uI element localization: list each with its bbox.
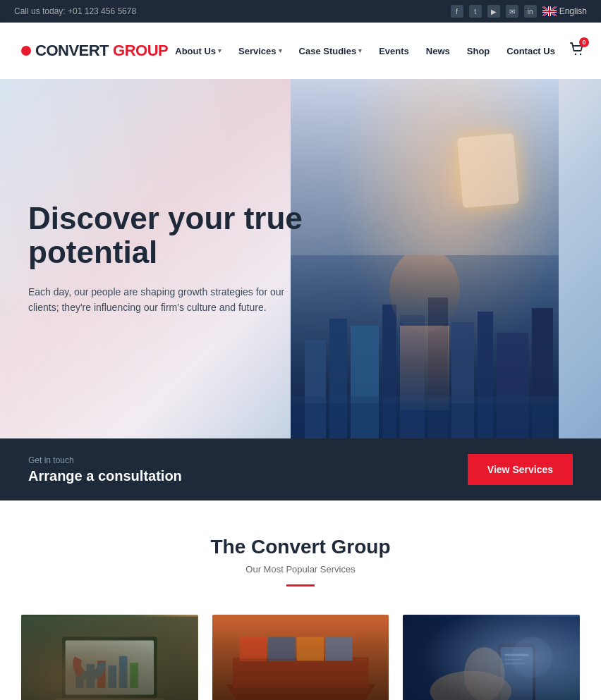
cta-heading: Arrange a consultation xyxy=(28,468,182,484)
svg-point-35 xyxy=(77,652,102,677)
svg-rect-33 xyxy=(119,656,128,688)
cart-count: 0 xyxy=(579,37,589,47)
svg-rect-49 xyxy=(403,617,580,700)
linkedin-icon[interactable]: in xyxy=(524,5,537,18)
svg-rect-41 xyxy=(239,637,267,661)
logo-group: GROUP xyxy=(113,42,168,60)
svg-rect-27 xyxy=(62,637,157,699)
phone-label: Call us today: +01 123 456 5678 xyxy=(14,6,136,16)
language-label: English xyxy=(559,6,587,16)
svg-rect-50 xyxy=(498,644,535,700)
svg-rect-25 xyxy=(400,326,449,410)
svg-rect-32 xyxy=(108,665,116,688)
svg-point-57 xyxy=(512,637,553,678)
hero-section: Discover your true potential Each day, o… xyxy=(0,79,601,438)
cta-text: Get in touch Arrange a consultation xyxy=(28,455,182,484)
cta-banner: Get in touch Arrange a consultation View… xyxy=(0,438,601,501)
email-icon[interactable]: ✉ xyxy=(506,5,518,18)
cart-button[interactable]: 0 xyxy=(569,42,585,60)
youtube-icon[interactable]: ▶ xyxy=(487,5,500,18)
facebook-icon[interactable]: f xyxy=(451,5,463,18)
uk-flag-icon xyxy=(542,6,557,16)
services-section: The Convert Group Our Most Popular Servi… xyxy=(0,501,601,700)
svg-rect-48 xyxy=(212,617,389,637)
service-image-logistics xyxy=(212,615,389,700)
service-card-it[interactable]: IT Business Consulting xyxy=(403,615,580,700)
site-header: CONVERT GROUP About Us ▾ Services ▾ Case… xyxy=(0,23,601,79)
svg-marker-39 xyxy=(226,684,375,700)
chevron-down-icon: ▾ xyxy=(218,47,221,54)
cta-label: Get in touch xyxy=(28,455,182,465)
language-selector[interactable]: English xyxy=(542,6,587,16)
nav-events[interactable]: Events xyxy=(372,40,416,62)
svg-rect-54 xyxy=(505,663,526,664)
logo-dot xyxy=(21,46,31,56)
hero-image xyxy=(291,79,559,438)
svg-rect-46 xyxy=(268,658,296,660)
svg-point-10 xyxy=(580,54,581,55)
service-card-logistics[interactable]: Reverse Logistics xyxy=(212,615,389,700)
services-section-title: The Convert Group xyxy=(21,536,580,558)
view-services-button[interactable]: View Services xyxy=(468,454,573,485)
twitter-icon[interactable]: t xyxy=(469,5,482,18)
svg-rect-30 xyxy=(87,664,95,688)
svg-point-36 xyxy=(77,652,102,677)
top-bar: Call us today: +01 123 456 5678 f t ▶ ✉ … xyxy=(0,0,601,23)
svg-rect-28 xyxy=(66,640,154,694)
svg-rect-42 xyxy=(268,637,296,661)
svg-rect-38 xyxy=(212,617,389,700)
svg-rect-53 xyxy=(505,658,522,660)
nav-case-studies[interactable]: Case Studies ▾ xyxy=(292,40,370,62)
svg-point-55 xyxy=(430,671,512,700)
chevron-down-icon: ▾ xyxy=(279,47,282,54)
service-card-kpi[interactable]: KPI Reporting xyxy=(21,615,198,700)
hero-title: Discover your true potential xyxy=(28,202,310,270)
service-image-it xyxy=(403,615,580,700)
svg-point-9 xyxy=(575,54,576,55)
svg-rect-43 xyxy=(296,637,324,661)
svg-rect-52 xyxy=(505,654,529,656)
nav-about-us[interactable]: About Us ▾ xyxy=(168,40,229,62)
svg-rect-31 xyxy=(97,661,106,688)
svg-rect-44 xyxy=(325,637,353,661)
svg-rect-34 xyxy=(130,663,138,688)
services-divider xyxy=(286,584,315,587)
top-bar-right: f t ▶ ✉ in English xyxy=(451,5,587,18)
svg-rect-26 xyxy=(21,617,198,700)
svg-rect-45 xyxy=(239,658,267,660)
service-image-kpi xyxy=(21,615,198,700)
logo[interactable]: CONVERT GROUP xyxy=(21,42,168,60)
nav-contact-us[interactable]: Contact Us xyxy=(499,40,562,62)
chevron-down-icon: ▾ xyxy=(358,47,362,54)
services-section-subtitle: Our Most Popular Services xyxy=(21,564,580,575)
hero-description: Each day, our people are shaping growth … xyxy=(28,284,310,316)
svg-rect-8 xyxy=(542,11,557,12)
main-nav: About Us ▾ Services ▾ Case Studies ▾ Eve… xyxy=(168,40,585,62)
hero-content: Discover your true potential Each day, o… xyxy=(28,202,310,316)
nav-news[interactable]: News xyxy=(419,40,457,62)
svg-point-56 xyxy=(464,647,505,700)
logo-convert: CONVERT xyxy=(35,42,109,60)
svg-rect-40 xyxy=(233,658,369,688)
svg-rect-51 xyxy=(501,647,533,700)
nav-services[interactable]: Services ▾ xyxy=(231,40,289,62)
services-grid: KPI Reporting xyxy=(21,615,580,700)
svg-rect-29 xyxy=(75,671,84,688)
nav-shop[interactable]: Shop xyxy=(460,40,497,62)
